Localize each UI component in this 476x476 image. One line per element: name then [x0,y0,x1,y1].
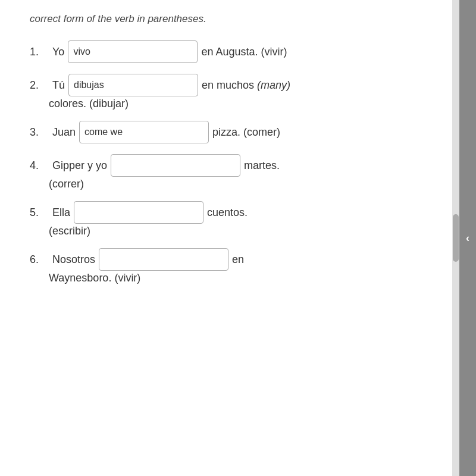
main-content: correct form of the verb in parentheses.… [0,0,452,476]
subject-label: Nosotros [52,250,95,269]
chevron-button[interactable]: ‹ [459,0,476,476]
chevron-icon: ‹ [466,232,469,245]
exercise-row: 4.Gipper y yomartes. [30,154,434,177]
continuation-text: (escribir) [49,225,434,237]
exercise-item: 5.Ellacuentos.(escribir) [30,201,434,237]
exercise-item: 4.Gipper y yomartes.(correr) [30,154,434,190]
exercise-item: 2.Túen muchos (many)colores. (dibujar) [30,74,434,110]
answer-input-4[interactable] [111,154,240,177]
continuation-text: (correr) [49,178,434,190]
exercise-item: 6.NosotrosenWaynesboro. (vivir) [30,248,434,284]
suffix-text: martes. [244,156,280,175]
suffix-text: pizza. (comer) [212,123,280,142]
exercise-row: 2.Túen muchos (many) [30,74,434,96]
subject-label: Ella [52,203,70,222]
subject-label: Juan [52,123,76,142]
item-number: 6. [30,250,49,269]
suffix-text: cuentos. [207,203,248,222]
exercise-row: 3.Juanpizza. (comer) [30,121,434,143]
answer-input-3[interactable] [79,121,209,143]
answer-input-1[interactable] [68,40,198,63]
exercise-list: 1.Yoen Augusta. (vivir)2.Túen muchos (ma… [30,40,434,284]
continuation-text: colores. (dibujar) [49,98,434,110]
subject-label: Gipper y yo [52,156,107,175]
scrollbar-track[interactable] [452,0,459,476]
item-number: 5. [30,203,49,222]
scrollbar-thumb[interactable] [453,214,459,262]
suffix-text: en [232,250,244,269]
item-number: 4. [30,156,49,175]
item-number: 1. [30,42,49,61]
instructions: correct form of the verb in parentheses. [30,12,434,26]
exercise-item: 1.Yoen Augusta. (vivir) [30,40,434,63]
item-number: 3. [30,123,49,142]
exercise-row: 5.Ellacuentos. [30,201,434,224]
answer-input-2[interactable] [68,74,198,96]
item-number: 2. [30,76,49,95]
subject-label: Yo [52,42,64,61]
exercise-row: 1.Yoen Augusta. (vivir) [30,40,434,63]
answer-input-5[interactable] [74,201,203,224]
subject-label: Tú [52,76,65,95]
answer-input-6[interactable] [99,248,228,271]
exercise-row: 6.Nosotrosen [30,248,434,271]
suffix-text: en muchos (many) [202,76,290,95]
suffix-text: en Augusta. (vivir) [201,42,287,61]
continuation-text: Waynesboro. (vivir) [49,272,434,284]
exercise-item: 3.Juanpizza. (comer) [30,121,434,143]
